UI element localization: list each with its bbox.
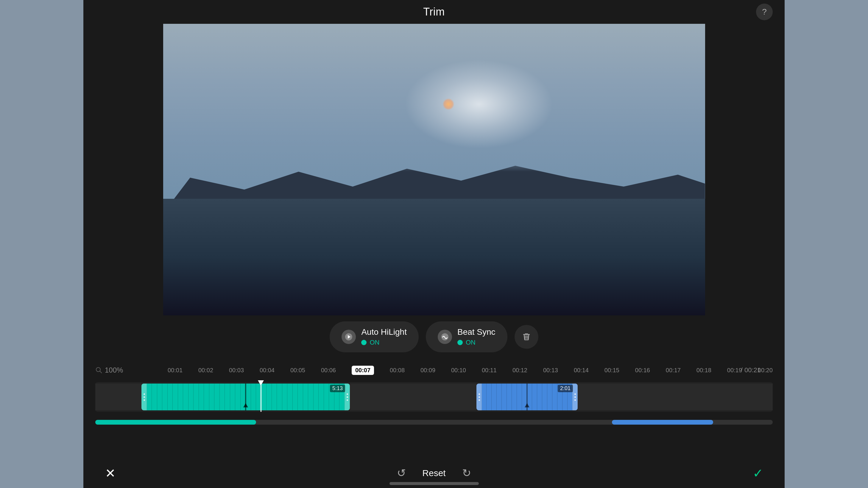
- water-area: [163, 199, 705, 316]
- dot11: [575, 396, 576, 398]
- tick-mark: [482, 384, 487, 410]
- dot12: [575, 399, 576, 401]
- tick-mark: [152, 384, 157, 410]
- clip2-handle-left[interactable]: [476, 384, 482, 410]
- dot2: [144, 396, 145, 398]
- tick-mark: [178, 384, 183, 410]
- dot8: [478, 396, 480, 398]
- dot7: [478, 393, 480, 395]
- tick-mark: [272, 384, 277, 410]
- auto-hilight-status: ON: [361, 338, 407, 346]
- close-button[interactable]: ✕: [101, 464, 119, 482]
- empty-track-left: [95, 384, 142, 410]
- track-container: 5:13: [95, 382, 773, 412]
- tick-mark: [308, 384, 314, 410]
- tick-mark: [282, 384, 288, 410]
- zoom-label: 100%: [95, 366, 123, 374]
- reset-button[interactable]: Reset: [422, 468, 445, 478]
- main-area: Trim ? Auto HiLight ON: [83, 0, 785, 488]
- clip2-right-handle-dots: [575, 393, 576, 401]
- auto-hilight-label: Auto HiLight: [361, 327, 407, 337]
- tick-mark: [261, 384, 267, 410]
- svg-point-6: [96, 367, 100, 372]
- clip2-handle-right[interactable]: [572, 384, 578, 410]
- tick-mark: [235, 384, 241, 410]
- auto-hilight-status-text: ON: [370, 338, 379, 346]
- empty-track-right: [578, 384, 773, 410]
- tick-mark: [293, 384, 298, 410]
- empty-track-middle: [350, 384, 476, 410]
- tick-mark: [314, 384, 319, 410]
- beat-sync-icon: [438, 330, 452, 344]
- tick-mark: [319, 384, 324, 410]
- tick-mark: [220, 384, 225, 410]
- scrollbar-thumb-clip1[interactable]: [95, 420, 256, 425]
- cloud-glow: [442, 98, 455, 110]
- tick-mark: [188, 384, 194, 410]
- tick-mark: [251, 384, 256, 410]
- clip2-label: 2:01: [558, 385, 573, 392]
- tick-mark: [277, 384, 282, 410]
- tick-mark: [497, 384, 502, 410]
- tick-mark: [162, 384, 168, 410]
- clip1-handle-right[interactable]: [344, 384, 350, 410]
- delete-button[interactable]: [515, 325, 538, 349]
- controls-bar: Auto HiLight ON Beat Sync ON: [83, 316, 785, 358]
- dot5: [347, 396, 348, 398]
- help-button[interactable]: ?: [756, 4, 773, 20]
- tick-mark: [542, 384, 547, 410]
- tick-mark: [547, 384, 552, 410]
- tick-mark: [225, 384, 230, 410]
- tick-mark: [267, 384, 272, 410]
- clip-2[interactable]: 2:01: [476, 384, 578, 410]
- title-bar: Trim ?: [83, 0, 785, 24]
- video-preview: [163, 24, 705, 316]
- timeline-tracks[interactable]: 5:13: [83, 379, 785, 415]
- confirm-button[interactable]: ✓: [749, 464, 767, 482]
- dot3: [144, 399, 145, 401]
- playhead-line: [260, 382, 261, 412]
- playhead-arrow: [258, 380, 264, 386]
- tick-mark: [199, 384, 204, 410]
- clip1-right-handle-dots: [347, 393, 348, 401]
- tick-mark: [512, 384, 517, 410]
- auto-hilight-icon: [342, 330, 356, 344]
- zoom-value: 100%: [105, 366, 123, 374]
- timeline-area: 100% 00:00 00:01 00:02 00:03 00:04 00:05…: [83, 358, 785, 458]
- clip1-left-handle-dots: [144, 393, 145, 401]
- bottom-center-controls: ↺ Reset ↻: [393, 464, 475, 482]
- tick-mark: [532, 384, 537, 410]
- clip2-left-handle-dots: [478, 393, 480, 401]
- beat-sync-status-text: ON: [466, 338, 475, 346]
- tick-mark: [183, 384, 188, 410]
- tick-mark: [230, 384, 236, 410]
- home-indicator: [390, 482, 479, 485]
- dot4: [347, 393, 348, 395]
- dot6: [347, 399, 348, 401]
- tick-mark: [502, 384, 507, 410]
- undo-button[interactable]: ↺: [393, 464, 410, 482]
- dot9: [478, 399, 480, 401]
- clip2-playhead: [526, 384, 528, 410]
- dot1: [144, 393, 145, 395]
- beat-sync-status: ON: [457, 338, 495, 346]
- redo-button[interactable]: ↻: [458, 464, 475, 482]
- clip1-playhead: [245, 384, 246, 410]
- timeline-ruler: 100% 00:00 00:01 00:02 00:03 00:04 00:05…: [83, 361, 785, 379]
- clip-1[interactable]: 5:13: [142, 384, 350, 410]
- dot10: [575, 393, 576, 395]
- scrollbar-thumb-clip2[interactable]: [612, 420, 713, 425]
- tick-mark: [487, 384, 492, 410]
- beat-sync-status-dot: [457, 340, 463, 345]
- tick-mark: [507, 384, 512, 410]
- tick-mark: [298, 384, 303, 410]
- clip1-handle-left[interactable]: [142, 384, 147, 410]
- beat-sync-label: Beat Sync: [457, 327, 495, 337]
- tick-mark: [517, 384, 522, 410]
- auto-hilight-button[interactable]: Auto HiLight ON: [330, 321, 418, 352]
- page-title: Trim: [423, 6, 445, 18]
- auto-hilight-status-dot: [361, 340, 367, 345]
- beat-sync-button[interactable]: Beat Sync ON: [426, 321, 507, 352]
- city-lights: [163, 193, 705, 210]
- scrollbar-track[interactable]: [95, 420, 773, 425]
